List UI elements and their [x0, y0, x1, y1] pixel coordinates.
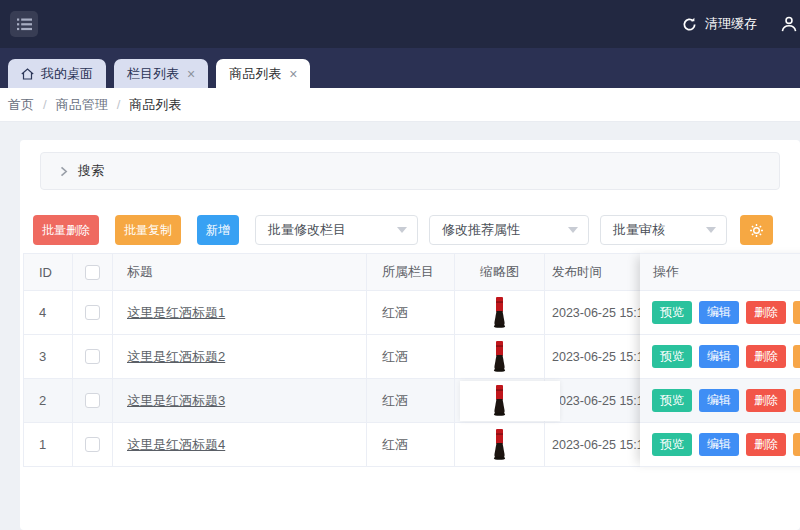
tab-label: 栏目列表: [127, 65, 179, 83]
menu-list-icon: [17, 18, 32, 31]
cell-publish-time: 2023-06-25 15:1: [552, 438, 644, 452]
chevron-down-icon: [706, 227, 716, 233]
top-bar: 清理缓存: [0, 0, 800, 48]
product-table: ID 标题 所属栏目 缩略图 发布时间 4 这里是红酒标题1 红酒: [23, 253, 800, 467]
edit-button[interactable]: 编辑: [699, 389, 739, 412]
refresh-icon: [682, 17, 697, 32]
column-settings-button[interactable]: [740, 215, 773, 245]
product-title-link[interactable]: 这里是红酒标题2: [127, 348, 225, 366]
delete-button[interactable]: 删除: [746, 345, 786, 368]
search-panel-label: 搜索: [78, 162, 104, 180]
topbar-right: 清理缓存: [682, 15, 798, 33]
select-value: 批量修改栏目: [268, 221, 346, 239]
home-icon: [21, 68, 34, 80]
change-recommend-attr-select[interactable]: 修改推荐属性: [429, 215, 589, 245]
add-new-button[interactable]: 新增: [197, 215, 239, 245]
product-list-card: 搜索 批量删除 批量复制 新增 批量修改栏目 修改推荐属性 批量审核: [20, 140, 800, 530]
cell-category: 红酒: [382, 392, 408, 410]
tab-label: 我的桌面: [41, 65, 93, 83]
breadcrumb-separator: /: [43, 97, 47, 112]
row-actions: 预览 编辑 删除 复制: [640, 423, 800, 467]
copy-button[interactable]: 复制: [793, 345, 800, 368]
chevron-right-icon: [60, 166, 68, 177]
batch-toolbar: 批量删除 批量复制 新增 批量修改栏目 修改推荐属性 批量审核: [33, 215, 800, 245]
copy-button[interactable]: 复制: [793, 301, 800, 324]
preview-button[interactable]: 预览: [652, 345, 692, 368]
row-checkbox[interactable]: [85, 305, 100, 320]
breadcrumb-product-manage[interactable]: 商品管理: [56, 96, 108, 114]
col-header-thumbnail: 缩略图: [480, 263, 519, 281]
search-collapse-panel[interactable]: 搜索: [40, 152, 780, 190]
open-tabs-bar: 我的桌面 栏目列表 × 商品列表 ×: [0, 48, 800, 88]
col-header-title: 标题: [127, 263, 153, 281]
delete-button[interactable]: 删除: [746, 301, 786, 324]
copy-button[interactable]: 复制: [793, 389, 800, 412]
batch-audit-select[interactable]: 批量审核: [600, 215, 727, 245]
wine-bottle-thumbnail[interactable]: [492, 385, 507, 416]
batch-change-category-select[interactable]: 批量修改栏目: [255, 215, 418, 245]
col-header-publish-time: 发布时间: [552, 264, 602, 281]
breadcrumb-separator: /: [117, 97, 121, 112]
user-account-button[interactable]: [780, 15, 798, 33]
product-title-link[interactable]: 这里是红酒标题3: [127, 392, 225, 410]
fixed-actions-column: 操作 预览 编辑 删除 复制 预览 编辑 删除 复制 预览 编辑 删除: [640, 253, 800, 467]
copy-button[interactable]: 复制: [793, 433, 800, 456]
select-value: 批量审核: [613, 221, 665, 239]
preview-button[interactable]: 预览: [652, 301, 692, 324]
person-icon: [780, 15, 798, 33]
breadcrumb-current: 商品列表: [129, 96, 181, 114]
select-value: 修改推荐属性: [442, 221, 520, 239]
col-header-actions: 操作: [640, 253, 800, 291]
product-title-link[interactable]: 这里是红酒标题4: [127, 436, 225, 454]
tab-column-list[interactable]: 栏目列表 ×: [114, 59, 208, 88]
cell-category: 红酒: [382, 436, 408, 454]
wine-bottle-thumbnail[interactable]: [492, 341, 507, 372]
cell-category: 红酒: [382, 304, 408, 322]
tab-my-desktop[interactable]: 我的桌面: [8, 59, 106, 88]
sidebar-toggle-button[interactable]: [10, 11, 38, 37]
delete-button[interactable]: 删除: [746, 389, 786, 412]
row-checkbox[interactable]: [85, 393, 100, 408]
cell-id: 1: [39, 437, 46, 452]
col-header-category: 所属栏目: [382, 263, 434, 281]
batch-delete-button[interactable]: 批量删除: [33, 215, 99, 245]
breadcrumb-home[interactable]: 首页: [8, 96, 34, 114]
close-icon[interactable]: ×: [289, 67, 297, 81]
chevron-down-icon: [568, 227, 578, 233]
product-title-link[interactable]: 这里是红酒标题1: [127, 304, 225, 322]
wine-bottle-thumbnail[interactable]: [492, 297, 507, 328]
cell-id: 4: [39, 305, 46, 320]
clear-cache-label: 清理缓存: [705, 15, 757, 33]
close-icon[interactable]: ×: [187, 67, 195, 81]
select-all-checkbox[interactable]: [85, 265, 100, 280]
breadcrumb: 首页 / 商品管理 / 商品列表: [0, 88, 800, 122]
cell-publish-time: 2023-06-25 15:1: [552, 350, 644, 364]
edit-button[interactable]: 编辑: [699, 301, 739, 324]
preview-button[interactable]: 预览: [652, 389, 692, 412]
cell-id: 2: [39, 393, 46, 408]
preview-button[interactable]: 预览: [652, 433, 692, 456]
cell-publish-time: 2023-06-25 15:1: [552, 306, 644, 320]
wine-bottle-thumbnail[interactable]: [492, 429, 507, 460]
row-actions-hovered: 预览 编辑 删除 复制: [640, 379, 800, 423]
gear-icon: [749, 223, 764, 238]
row-actions: 预览 编辑 删除 复制: [640, 291, 800, 335]
thumbnail-white-background: [460, 381, 560, 421]
edit-button[interactable]: 编辑: [699, 433, 739, 456]
chevron-down-icon: [397, 227, 407, 233]
clear-cache-button[interactable]: 清理缓存: [682, 15, 757, 33]
page-content: 搜索 批量删除 批量复制 新增 批量修改栏目 修改推荐属性 批量审核: [0, 122, 800, 530]
col-header-id: ID: [39, 265, 52, 280]
row-checkbox[interactable]: [85, 437, 100, 452]
row-actions: 预览 编辑 删除 复制: [640, 335, 800, 379]
cell-category: 红酒: [382, 348, 408, 366]
cell-id: 3: [39, 349, 46, 364]
cell-publish-time: 2023-06-25 15:1: [552, 394, 644, 408]
tab-label: 商品列表: [229, 65, 281, 83]
tab-product-list[interactable]: 商品列表 ×: [216, 59, 310, 88]
row-checkbox[interactable]: [85, 349, 100, 364]
edit-button[interactable]: 编辑: [699, 345, 739, 368]
delete-button[interactable]: 删除: [746, 433, 786, 456]
actions-header-label: 操作: [653, 263, 679, 281]
batch-copy-button[interactable]: 批量复制: [115, 215, 181, 245]
